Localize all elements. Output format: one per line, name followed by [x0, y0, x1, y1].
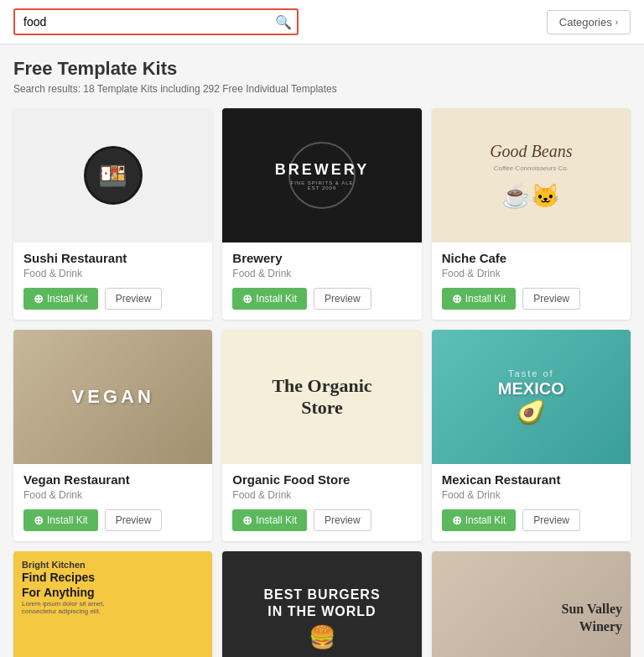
- search-input[interactable]: [13, 8, 299, 35]
- plus-icon: ⊕: [34, 292, 44, 305]
- kit-actions-niche: ⊕ Install Kit Preview: [442, 288, 621, 310]
- kit-thumbnail-brewery: BREWERY FINE SPIRITS & ALE EST 2009: [222, 108, 421, 242]
- kit-actions-vegan: ⊕ Install Kit Preview: [23, 509, 202, 531]
- cafe-image: ☕🐱: [501, 182, 560, 210]
- kit-actions-sushi: ⊕ Install Kit Preview: [23, 288, 202, 310]
- preview-button-organic[interactable]: Preview: [314, 509, 371, 531]
- plus-icon: ⊕: [452, 514, 462, 527]
- sushi-image: 🍱: [84, 146, 143, 205]
- plus-icon: ⊕: [242, 514, 252, 527]
- install-label: Install Kit: [47, 293, 88, 305]
- install-kit-button-sushi[interactable]: ⊕ Install Kit: [23, 288, 98, 310]
- categories-label: Categories: [559, 16, 612, 29]
- mexico-title-text: MEXICO: [498, 378, 564, 399]
- bright-kitchen-label: Bright Kitchen: [22, 560, 105, 570]
- kit-card-mexican-restaurant: Taste of MEXICO 🥑 Mexican Restaurant Foo…: [432, 330, 631, 541]
- search-wrapper: 🔍: [13, 8, 299, 35]
- organic-title-text: The OrganicStore: [272, 375, 371, 420]
- plus-icon: ⊕: [242, 292, 252, 305]
- search-results-count: Search results: 18 Template Kits includi…: [13, 83, 631, 95]
- kit-thumbnail-winery: Sun ValleyWinery: [432, 551, 631, 657]
- kit-thumbnail-niche: Good Beans Coffee Connoisseurs Co. ☕🐱: [432, 108, 631, 242]
- kit-category-brewery: Food & Drink: [232, 268, 411, 279]
- kit-thumbnail-sushi: 🍱: [13, 108, 212, 242]
- brewery-logo: BREWERY FINE SPIRITS & ALE EST 2009: [288, 142, 356, 209]
- preview-button-niche[interactable]: Preview: [522, 288, 580, 310]
- mexican-content: Taste of MEXICO 🥑: [498, 368, 564, 426]
- kit-thumbnail-bright: Bright Kitchen Find RecipesFor Anything …: [13, 551, 212, 657]
- kit-card-vegan-restaurant: VEGAN Vegan Restaurant Food & Drink ⊕ In…: [13, 330, 212, 541]
- kit-actions-organic: ⊕ Install Kit Preview: [232, 509, 411, 531]
- kit-card-niche-cafe: Good Beans Coffee Connoisseurs Co. ☕🐱 Ni…: [432, 108, 631, 320]
- kit-info-sushi: Sushi Restaurant Food & Drink ⊕ Install …: [13, 242, 212, 320]
- install-kit-button-brewery[interactable]: ⊕ Install Kit: [232, 288, 307, 310]
- install-kit-button-vegan[interactable]: ⊕ Install Kit: [23, 509, 98, 531]
- burgers-content: BEST BURGERSIN THE WORLD 🍔: [263, 587, 380, 649]
- install-label: Install Kit: [47, 514, 88, 526]
- kit-info-vegan: Vegan Restaurant Food & Drink ⊕ Install …: [13, 464, 212, 541]
- search-button[interactable]: 🔍: [275, 14, 292, 30]
- install-label: Install Kit: [465, 514, 506, 526]
- kit-card-organic-food-store: The OrganicStore Organic Food Store Food…: [222, 330, 421, 541]
- categories-button[interactable]: Categories ›: [547, 10, 631, 34]
- vegan-label-text: VEGAN: [72, 386, 154, 408]
- bright-content: Bright Kitchen Find RecipesFor Anything …: [22, 560, 105, 615]
- install-kit-button-niche[interactable]: ⊕ Install Kit: [442, 288, 517, 310]
- kit-card-best-burgers: BEST BURGERSIN THE WORLD 🍔 Best Burgers …: [222, 551, 421, 657]
- kit-name-organic: Organic Food Store: [232, 472, 411, 487]
- kit-name-mexican: Mexican Restaurant: [442, 472, 621, 487]
- kit-card-bright-kitchen: Bright Kitchen Find RecipesFor Anything …: [13, 551, 212, 657]
- bright-sub-text: Lorem ipsum dolor sit amet,consectetur a…: [22, 600, 105, 615]
- kit-thumbnail-burgers: BEST BURGERSIN THE WORLD 🍔: [222, 551, 421, 657]
- plus-icon: ⊕: [34, 514, 44, 527]
- kit-info-brewery: Brewery Food & Drink ⊕ Install Kit Previ…: [222, 242, 421, 320]
- kit-info-mexican: Mexican Restaurant Food & Drink ⊕ Instal…: [432, 464, 631, 541]
- preview-button-sushi[interactable]: Preview: [105, 288, 163, 310]
- plus-icon: ⊕: [452, 292, 462, 305]
- brewery-subtitle-text: FINE SPIRITS & ALE EST 2009: [290, 180, 354, 190]
- kit-category-organic: Food & Drink: [232, 489, 411, 501]
- chevron-right-icon: ›: [615, 18, 618, 27]
- kit-card-sushi-restaurant: 🍱 Sushi Restaurant Food & Drink ⊕ Instal…: [13, 108, 212, 320]
- install-label: Install Kit: [256, 293, 297, 305]
- kit-category-niche: Food & Drink: [442, 268, 621, 279]
- install-kit-button-organic[interactable]: ⊕ Install Kit: [232, 509, 307, 531]
- kit-name-vegan: Vegan Restaurant: [23, 472, 202, 487]
- good-beans-title: Good Beans: [490, 142, 572, 161]
- kit-name-niche: Niche Cafe: [442, 251, 621, 265]
- search-icon: 🔍: [275, 15, 292, 29]
- install-label: Install Kit: [256, 514, 297, 526]
- kit-info-niche: Niche Cafe Food & Drink ⊕ Install Kit Pr…: [432, 242, 631, 320]
- kit-card-sun-valley-winery: Sun ValleyWinery Sun Valley Winery Food …: [432, 551, 631, 657]
- kit-thumbnail-mexican: Taste of MEXICO 🥑: [432, 330, 631, 464]
- kit-actions-mexican: ⊕ Install Kit Preview: [442, 509, 621, 531]
- preview-button-mexican[interactable]: Preview: [522, 509, 580, 531]
- kit-category-sushi: Food & Drink: [23, 268, 202, 279]
- main-content: Free Template Kits Search results: 18 Te…: [0, 44, 644, 657]
- kit-name-sushi: Sushi Restaurant: [23, 251, 202, 265]
- install-kit-button-mexican[interactable]: ⊕ Install Kit: [442, 509, 517, 531]
- kit-category-vegan: Food & Drink: [23, 489, 202, 501]
- kit-category-mexican: Food & Drink: [442, 489, 621, 501]
- install-label: Install Kit: [465, 293, 506, 305]
- winery-title-text: Sun ValleyWinery: [562, 601, 622, 636]
- burgers-title-text: BEST BURGERSIN THE WORLD: [263, 587, 380, 618]
- bright-title-text: Find RecipesFor Anything: [22, 570, 105, 600]
- brewery-title-text: BREWERY: [275, 161, 369, 179]
- kit-info-organic: Organic Food Store Food & Drink ⊕ Instal…: [222, 464, 421, 541]
- taste-of-label: Taste of: [498, 368, 564, 378]
- kit-name-brewery: Brewery: [232, 251, 411, 265]
- burger-icon: 🍔: [263, 624, 380, 650]
- mexican-food-icon: 🥑: [498, 399, 564, 426]
- kit-card-brewery: BREWERY FINE SPIRITS & ALE EST 2009 Brew…: [222, 108, 421, 320]
- preview-button-brewery[interactable]: Preview: [314, 288, 371, 310]
- good-beans-sub: Coffee Connoisseurs Co.: [494, 164, 569, 172]
- kit-thumbnail-vegan: VEGAN: [13, 330, 212, 464]
- kit-actions-brewery: ⊕ Install Kit Preview: [232, 288, 411, 310]
- page-title: Free Template Kits: [13, 58, 631, 80]
- kit-thumbnail-organic: The OrganicStore: [222, 330, 421, 464]
- preview-button-vegan[interactable]: Preview: [105, 509, 163, 531]
- top-bar: 🔍 Categories ›: [0, 0, 644, 44]
- kits-grid: 🍱 Sushi Restaurant Food & Drink ⊕ Instal…: [13, 108, 631, 657]
